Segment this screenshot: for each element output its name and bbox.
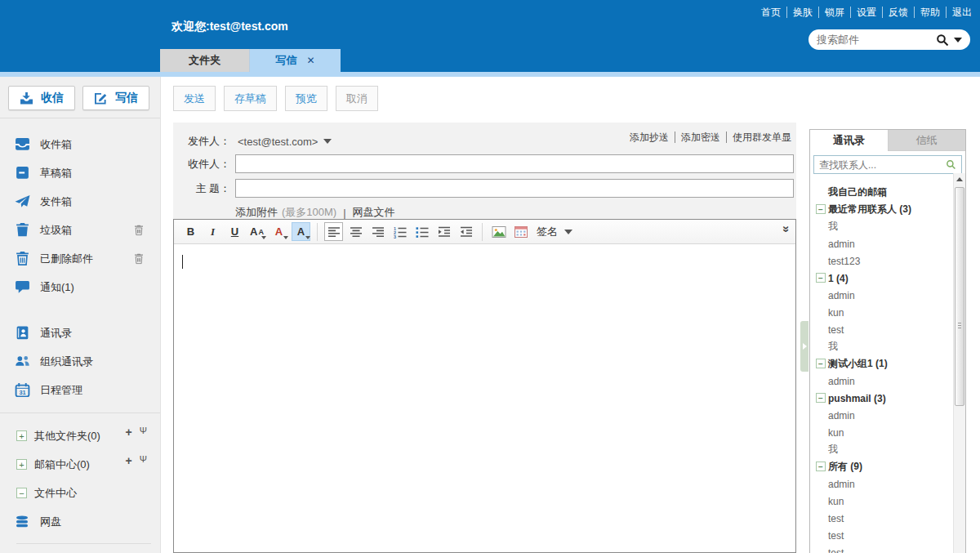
tab-stationery[interactable]: 信纸 xyxy=(889,130,966,151)
insert-image-button[interactable] xyxy=(489,222,508,241)
signature-button[interactable]: 签名 xyxy=(532,222,577,241)
add-bcc-link[interactable]: 添加密送 xyxy=(675,132,727,143)
organize-folder-icon[interactable]: Ψ xyxy=(140,454,147,464)
contact-row[interactable]: − pushmail (3) xyxy=(810,390,953,407)
search-scope-dropdown-icon[interactable] xyxy=(954,38,962,42)
sidebar-item-inbox[interactable]: 收件箱 xyxy=(0,130,160,158)
from-address-dropdown[interactable]: <test@test.com> xyxy=(238,136,332,148)
indent-button[interactable] xyxy=(434,222,453,241)
sidebar-item-notice[interactable]: 通知(1) xyxy=(0,273,160,301)
sidebar-item-netdisk[interactable]: 网盘 xyxy=(0,507,160,536)
contact-row[interactable]: test xyxy=(810,527,953,544)
tab-folders[interactable]: 文件夹 xyxy=(160,49,250,72)
contact-search-icon[interactable] xyxy=(946,159,956,170)
contact-row[interactable]: − 测试小组1 (1) xyxy=(810,355,953,372)
contact-row[interactable]: kun xyxy=(810,304,953,321)
empty-trash-icon[interactable] xyxy=(134,225,144,235)
align-center-button[interactable] xyxy=(346,222,365,241)
collapse-icon[interactable]: − xyxy=(16,488,27,498)
sidebar-item-org-contacts[interactable]: 组织通讯录 xyxy=(0,347,160,376)
mail-search[interactable] xyxy=(808,29,970,50)
bold-button[interactable]: B xyxy=(181,222,200,241)
sidebar-item-junk[interactable]: 垃圾箱 xyxy=(0,216,160,244)
stationery-button[interactable] xyxy=(511,222,530,241)
contact-row[interactable]: 我 xyxy=(810,338,953,355)
toolbar-more-icon[interactable]: « xyxy=(777,225,791,232)
netdisk-file-link[interactable]: 网盘文件 xyxy=(353,205,395,220)
contact-row[interactable]: − 所有 (9) xyxy=(810,458,953,475)
scroll-up-button[interactable] xyxy=(954,173,965,185)
expand-icon[interactable]: + xyxy=(16,459,27,470)
sidebar-item-schedule[interactable]: 31 日程管理 xyxy=(0,376,160,404)
add-cc-link[interactable]: 添加抄送 xyxy=(624,132,675,143)
contact-row[interactable]: test xyxy=(810,510,953,527)
nav-help[interactable]: 帮助 xyxy=(915,7,947,18)
add-folder-icon[interactable]: + xyxy=(126,454,132,467)
contact-row[interactable]: test123 xyxy=(810,252,953,270)
align-left-button[interactable] xyxy=(324,222,343,241)
nav-logout[interactable]: 退出 xyxy=(947,7,973,18)
nav-home[interactable]: 首页 xyxy=(755,7,787,18)
tree-item-mail-center[interactable]: + 邮箱中心(0) + Ψ xyxy=(0,450,160,479)
collapse-group-icon[interactable]: − xyxy=(816,273,826,283)
contact-row[interactable]: admin xyxy=(810,407,953,424)
expand-icon[interactable]: + xyxy=(16,430,27,441)
italic-button[interactable]: I xyxy=(203,222,222,241)
empty-trash-icon[interactable] xyxy=(134,253,144,264)
mass-send-link[interactable]: 使用群发单显 xyxy=(727,132,791,143)
to-input[interactable] xyxy=(235,154,794,173)
collapse-group-icon[interactable]: − xyxy=(816,204,826,214)
contact-search[interactable] xyxy=(813,155,962,174)
nav-skin[interactable]: 换肤 xyxy=(787,7,819,18)
underline-button[interactable]: U xyxy=(225,222,244,241)
sidebar-item-sent[interactable]: 发件箱 xyxy=(0,187,160,216)
scrollbar-thumb[interactable] xyxy=(955,187,964,406)
highlight-color-button[interactable]: A xyxy=(292,222,310,241)
contact-row[interactable]: test xyxy=(810,321,953,338)
contact-search-input[interactable] xyxy=(819,159,946,171)
sidebar-item-contacts[interactable]: 通讯录 xyxy=(0,319,160,347)
contact-row[interactable]: 我自己的邮箱 xyxy=(810,184,953,201)
outdent-button[interactable] xyxy=(457,222,475,241)
tab-compose[interactable]: 写信 ✕ xyxy=(250,49,341,72)
contact-row[interactable]: kun xyxy=(810,493,953,510)
receive-mail-button[interactable]: 收信 xyxy=(8,86,75,110)
contact-row[interactable]: admin xyxy=(810,475,953,493)
contact-row[interactable]: admin xyxy=(810,287,953,304)
collapse-group-icon[interactable]: − xyxy=(816,462,826,471)
contact-row[interactable]: − 1 (4) xyxy=(810,270,953,287)
contact-row[interactable]: admin xyxy=(810,235,953,252)
organize-folder-icon[interactable]: Ψ xyxy=(140,426,147,435)
editor-body[interactable] xyxy=(174,244,795,551)
compose-mail-button[interactable]: 写信 xyxy=(82,86,149,110)
collapse-group-icon[interactable]: − xyxy=(816,393,826,403)
contact-row[interactable]: 我 xyxy=(810,441,953,458)
subject-input[interactable] xyxy=(235,179,794,198)
sidebar-item-deleted[interactable]: 已删除邮件 xyxy=(0,244,160,273)
cancel-button[interactable]: 取消 xyxy=(336,86,378,111)
contact-row[interactable]: kun xyxy=(810,424,953,441)
mail-search-input[interactable] xyxy=(817,33,936,46)
save-draft-button[interactable]: 存草稿 xyxy=(224,86,277,111)
collapse-panel-handle[interactable] xyxy=(800,321,808,372)
tree-item-other-folders[interactable]: + 其他文件夹(0) + Ψ xyxy=(0,421,160,450)
contact-row[interactable]: test xyxy=(810,544,953,553)
search-icon[interactable] xyxy=(936,33,949,47)
tab-contacts[interactable]: 通讯录 xyxy=(810,130,889,151)
contact-row[interactable]: − 最近常用联系人 (3) xyxy=(810,201,953,218)
preview-button[interactable]: 预览 xyxy=(285,86,327,111)
align-right-button[interactable] xyxy=(368,222,387,241)
nav-feedback[interactable]: 反馈 xyxy=(883,7,915,18)
ordered-list-button[interactable]: 123 xyxy=(390,222,409,241)
send-button[interactable]: 发送 xyxy=(173,86,216,111)
tree-item-file-center[interactable]: − 文件中心 xyxy=(0,479,160,507)
contact-row[interactable]: 我 xyxy=(810,218,953,235)
contacts-scrollbar[interactable] xyxy=(953,173,965,553)
close-tab-icon[interactable]: ✕ xyxy=(306,55,314,66)
contact-row[interactable]: admin xyxy=(810,372,953,390)
add-folder-icon[interactable]: + xyxy=(126,426,132,439)
nav-settings[interactable]: 设置 xyxy=(851,7,883,18)
add-attachment-link[interactable]: 添加附件 xyxy=(235,205,278,220)
collapse-group-icon[interactable]: − xyxy=(816,359,826,368)
bullet-list-button[interactable] xyxy=(412,222,431,241)
